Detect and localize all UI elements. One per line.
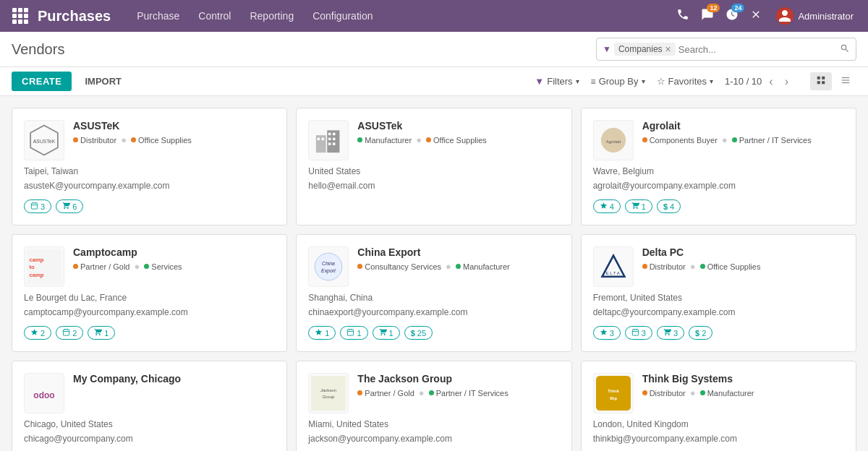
- stat-icon: $: [695, 329, 699, 338]
- filters-button[interactable]: ▼ Filters ▾: [535, 73, 579, 90]
- pager-prev[interactable]: ‹: [765, 74, 777, 90]
- filter-icon: ▼: [535, 76, 544, 87]
- stat-badge[interactable]: 2: [24, 326, 51, 340]
- menu-configuration[interactable]: Configuration: [304, 6, 381, 26]
- stat-badge[interactable]: 3: [625, 326, 652, 340]
- toolbar-filters: ▼ Filters ▾ ≡ Group By ▾ ☆ Favorites ▾ 1…: [535, 72, 856, 90]
- tag-label: Partner / IT Services: [436, 389, 509, 398]
- subheader: Vendors ▼ Companies ×: [0, 32, 868, 67]
- filter-remove-btn[interactable]: ×: [665, 44, 671, 54]
- vendor-logo: Agrolait: [593, 120, 634, 160]
- stat-badge[interactable]: 1: [308, 326, 336, 340]
- app-grid-icon[interactable]: [9, 4, 32, 27]
- import-button[interactable]: IMPORT: [77, 72, 129, 91]
- stat-badge[interactable]: 3: [24, 199, 51, 213]
- vendor-email: asusteK@yourcompany.example.com: [24, 181, 275, 191]
- groupby-button[interactable]: ≡ Group By ▾: [591, 73, 645, 90]
- messages-badge-btn[interactable]: 12: [698, 5, 717, 27]
- vendor-tag: Partner / Gold: [73, 262, 129, 271]
- menu-reporting[interactable]: Reporting: [241, 6, 302, 26]
- tag-label: Services: [151, 262, 182, 271]
- vendor-card[interactable]: Agrolait Agrolait Components Buyer ● Par…: [581, 108, 856, 226]
- vendor-card[interactable]: odoo My Company, Chicago Chicago, United…: [12, 361, 287, 451]
- close-icon[interactable]: [747, 6, 765, 26]
- tag-dot: [456, 264, 461, 269]
- tag-label: Distributor: [80, 136, 116, 145]
- tag-dot: [700, 264, 705, 269]
- search-input[interactable]: [678, 44, 840, 55]
- svg-text:Agrolait: Agrolait: [605, 139, 621, 144]
- groupby-label: Group By: [599, 76, 639, 87]
- vendor-card[interactable]: Think Big Think Big Systems Distributor …: [581, 361, 856, 451]
- create-button[interactable]: CREATE: [12, 72, 72, 91]
- vendor-address: Wavre, Belgium: [593, 166, 844, 176]
- top-menu: Purchase Control Reporting Configuration: [128, 6, 673, 26]
- stat-badge[interactable]: 3: [657, 326, 684, 340]
- stat-badge[interactable]: 4: [593, 199, 621, 213]
- svg-text:ELTA: ELTA: [605, 271, 621, 275]
- stat-badge[interactable]: $ 25: [404, 326, 433, 340]
- search-filter-tag[interactable]: Companies ×: [614, 43, 676, 56]
- admin-button[interactable]: Administrator: [770, 4, 859, 27]
- vendor-tag: Services: [144, 262, 182, 271]
- stat-value: 3: [41, 202, 45, 211]
- vendor-card[interactable]: ELTA Delta PC Distributor ● Office Suppl…: [581, 234, 856, 352]
- vendor-card[interactable]: camp to camp Camptocamp Partner / Gold ●…: [12, 234, 287, 352]
- stat-badge[interactable]: $ 2: [689, 326, 712, 340]
- menu-control[interactable]: Control: [190, 6, 239, 26]
- card-top: ELTA Delta PC Distributor ● Office Suppl…: [593, 246, 844, 287]
- stat-badge[interactable]: 2: [56, 326, 83, 340]
- tag-dot: [357, 390, 362, 395]
- vendor-card[interactable]: China Export China Export Consultancy Se…: [296, 234, 571, 352]
- vendor-card[interactable]: ASUSTek Manufacturer ● Office Supplies U…: [296, 108, 571, 226]
- vendor-name: The Jackson Group: [357, 373, 559, 385]
- card-top: camp to camp Camptocamp Partner / Gold ●…: [24, 246, 275, 287]
- stat-badge[interactable]: 3: [593, 326, 621, 340]
- card-top: Think Big Think Big Systems Distributor …: [593, 373, 844, 413]
- stat-badge[interactable]: 1: [340, 326, 367, 340]
- svg-text:Jackson: Jackson: [320, 388, 336, 392]
- stat-icon: [94, 328, 102, 338]
- vendor-logo: Think Big: [593, 373, 634, 413]
- stat-badge[interactable]: 1: [373, 326, 400, 340]
- card-top: Agrolait Agrolait Components Buyer ● Par…: [593, 120, 844, 160]
- stat-badge[interactable]: 1: [625, 199, 652, 213]
- stat-icon: $: [663, 202, 668, 211]
- tag-label: Office Supplies: [707, 262, 761, 271]
- vendor-logo: [308, 120, 349, 160]
- svg-rect-16: [322, 138, 324, 140]
- list-view-btn[interactable]: [835, 72, 856, 90]
- card-info: Delta PC Distributor ● Office Supplies: [642, 246, 844, 276]
- app-logo: Purchases: [38, 8, 111, 25]
- search-submit-icon[interactable]: [840, 43, 850, 56]
- vendor-logo: camp to camp: [24, 246, 64, 287]
- vendor-tags: Components Buyer ● Partner / IT Services: [642, 134, 844, 145]
- favorites-button[interactable]: ☆ Favorites ▾: [657, 73, 713, 90]
- filter-tag-label: Companies: [618, 44, 663, 54]
- view-toggle: [810, 72, 856, 90]
- kanban-view-btn[interactable]: [810, 72, 832, 90]
- tag-label: Distributor: [650, 262, 686, 271]
- pager-next[interactable]: ›: [780, 74, 793, 90]
- vendor-tag: Consultancy Services: [357, 262, 441, 271]
- vendor-card[interactable]: ASUSTeK ASUSTeK Distributor ● Office Sup…: [12, 108, 287, 226]
- vendor-tag: Partner / Gold: [357, 389, 414, 398]
- vendor-name: Delta PC: [642, 246, 844, 258]
- vendor-card[interactable]: Jackson Group The Jackson Group Partner …: [296, 361, 571, 451]
- vendor-email: deltapc@yourcompany.example.com: [593, 307, 844, 317]
- topnav-right-area: 12 24 Administrator: [673, 4, 859, 27]
- vendor-tags: Partner / Gold ● Services: [73, 261, 275, 272]
- vendor-tag: Office Supplies: [131, 136, 192, 145]
- stat-badge[interactable]: 1: [88, 326, 115, 340]
- tag-dot: [642, 390, 647, 395]
- menu-purchase[interactable]: Purchase: [128, 6, 188, 26]
- stat-icon: [379, 328, 387, 338]
- clock-icon: [726, 11, 739, 23]
- activity-badge-btn[interactable]: 24: [723, 5, 741, 27]
- vendor-name: ASUSTek: [357, 120, 559, 132]
- stat-badge[interactable]: $ 4: [657, 199, 681, 213]
- phone-icon[interactable]: [673, 5, 692, 27]
- vendor-email: chinaexport@yourcompany.example.com: [308, 307, 559, 317]
- vendor-tag: Partner / IT Services: [732, 136, 812, 145]
- stat-badge[interactable]: 6: [56, 199, 83, 213]
